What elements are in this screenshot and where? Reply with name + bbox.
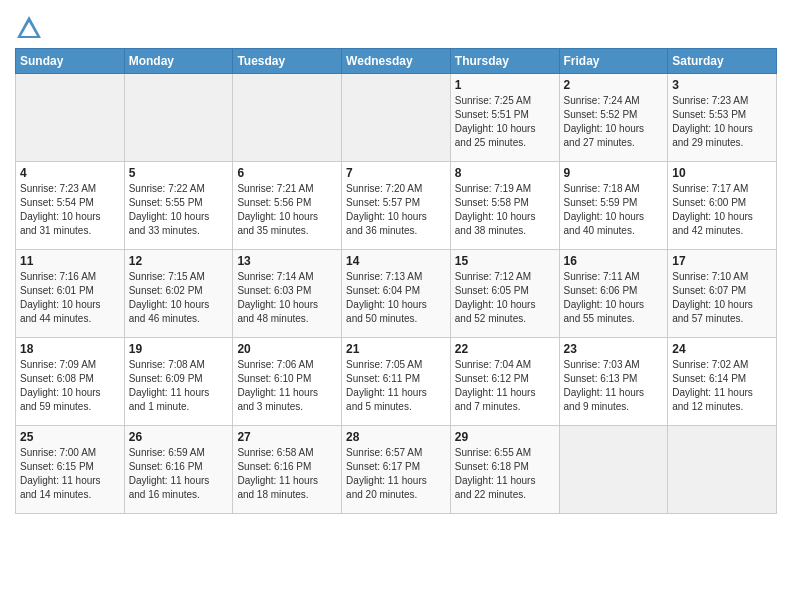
cell-sun-info: Sunrise: 6:58 AM Sunset: 6:16 PM Dayligh… — [237, 446, 337, 502]
day-number: 3 — [672, 78, 772, 92]
calendar-cell — [124, 74, 233, 162]
cell-sun-info: Sunrise: 7:18 AM Sunset: 5:59 PM Dayligh… — [564, 182, 664, 238]
day-number: 28 — [346, 430, 446, 444]
calendar-cell: 5Sunrise: 7:22 AM Sunset: 5:55 PM Daylig… — [124, 162, 233, 250]
cell-sun-info: Sunrise: 6:55 AM Sunset: 6:18 PM Dayligh… — [455, 446, 555, 502]
day-of-week-header: Thursday — [450, 49, 559, 74]
calendar-cell: 12Sunrise: 7:15 AM Sunset: 6:02 PM Dayli… — [124, 250, 233, 338]
calendar-cell: 22Sunrise: 7:04 AM Sunset: 6:12 PM Dayli… — [450, 338, 559, 426]
day-number: 23 — [564, 342, 664, 356]
calendar-cell: 7Sunrise: 7:20 AM Sunset: 5:57 PM Daylig… — [342, 162, 451, 250]
cell-sun-info: Sunrise: 7:12 AM Sunset: 6:05 PM Dayligh… — [455, 270, 555, 326]
calendar-week-row: 25Sunrise: 7:00 AM Sunset: 6:15 PM Dayli… — [16, 426, 777, 514]
day-number: 29 — [455, 430, 555, 444]
cell-sun-info: Sunrise: 7:13 AM Sunset: 6:04 PM Dayligh… — [346, 270, 446, 326]
calendar-body: 1Sunrise: 7:25 AM Sunset: 5:51 PM Daylig… — [16, 74, 777, 514]
day-number: 5 — [129, 166, 229, 180]
calendar-cell: 26Sunrise: 6:59 AM Sunset: 6:16 PM Dayli… — [124, 426, 233, 514]
calendar-cell: 28Sunrise: 6:57 AM Sunset: 6:17 PM Dayli… — [342, 426, 451, 514]
cell-sun-info: Sunrise: 7:04 AM Sunset: 6:12 PM Dayligh… — [455, 358, 555, 414]
day-number: 9 — [564, 166, 664, 180]
day-number: 22 — [455, 342, 555, 356]
cell-sun-info: Sunrise: 7:14 AM Sunset: 6:03 PM Dayligh… — [237, 270, 337, 326]
calendar-week-row: 1Sunrise: 7:25 AM Sunset: 5:51 PM Daylig… — [16, 74, 777, 162]
day-number: 24 — [672, 342, 772, 356]
day-of-week-header: Tuesday — [233, 49, 342, 74]
day-number: 27 — [237, 430, 337, 444]
day-number: 4 — [20, 166, 120, 180]
day-number: 1 — [455, 78, 555, 92]
cell-sun-info: Sunrise: 7:00 AM Sunset: 6:15 PM Dayligh… — [20, 446, 120, 502]
day-number: 10 — [672, 166, 772, 180]
day-of-week-header: Saturday — [668, 49, 777, 74]
calendar-cell: 19Sunrise: 7:08 AM Sunset: 6:09 PM Dayli… — [124, 338, 233, 426]
cell-sun-info: Sunrise: 7:06 AM Sunset: 6:10 PM Dayligh… — [237, 358, 337, 414]
day-number: 2 — [564, 78, 664, 92]
day-number: 13 — [237, 254, 337, 268]
calendar-cell: 4Sunrise: 7:23 AM Sunset: 5:54 PM Daylig… — [16, 162, 125, 250]
day-of-week-header: Sunday — [16, 49, 125, 74]
day-number: 21 — [346, 342, 446, 356]
cell-sun-info: Sunrise: 7:09 AM Sunset: 6:08 PM Dayligh… — [20, 358, 120, 414]
cell-sun-info: Sunrise: 6:57 AM Sunset: 6:17 PM Dayligh… — [346, 446, 446, 502]
calendar-table: SundayMondayTuesdayWednesdayThursdayFrid… — [15, 48, 777, 514]
calendar-cell — [342, 74, 451, 162]
day-number: 12 — [129, 254, 229, 268]
calendar-cell: 25Sunrise: 7:00 AM Sunset: 6:15 PM Dayli… — [16, 426, 125, 514]
cell-sun-info: Sunrise: 7:08 AM Sunset: 6:09 PM Dayligh… — [129, 358, 229, 414]
calendar-cell — [233, 74, 342, 162]
calendar-cell: 11Sunrise: 7:16 AM Sunset: 6:01 PM Dayli… — [16, 250, 125, 338]
calendar-cell: 24Sunrise: 7:02 AM Sunset: 6:14 PM Dayli… — [668, 338, 777, 426]
calendar-cell: 17Sunrise: 7:10 AM Sunset: 6:07 PM Dayli… — [668, 250, 777, 338]
cell-sun-info: Sunrise: 7:23 AM Sunset: 5:53 PM Dayligh… — [672, 94, 772, 150]
calendar-cell: 23Sunrise: 7:03 AM Sunset: 6:13 PM Dayli… — [559, 338, 668, 426]
cell-sun-info: Sunrise: 7:15 AM Sunset: 6:02 PM Dayligh… — [129, 270, 229, 326]
day-number: 7 — [346, 166, 446, 180]
cell-sun-info: Sunrise: 7:23 AM Sunset: 5:54 PM Dayligh… — [20, 182, 120, 238]
calendar-week-row: 11Sunrise: 7:16 AM Sunset: 6:01 PM Dayli… — [16, 250, 777, 338]
logo-icon — [15, 14, 43, 42]
calendar-cell — [668, 426, 777, 514]
cell-sun-info: Sunrise: 7:02 AM Sunset: 6:14 PM Dayligh… — [672, 358, 772, 414]
day-number: 11 — [20, 254, 120, 268]
day-number: 25 — [20, 430, 120, 444]
calendar-cell: 21Sunrise: 7:05 AM Sunset: 6:11 PM Dayli… — [342, 338, 451, 426]
calendar-cell: 16Sunrise: 7:11 AM Sunset: 6:06 PM Dayli… — [559, 250, 668, 338]
cell-sun-info: Sunrise: 7:11 AM Sunset: 6:06 PM Dayligh… — [564, 270, 664, 326]
logo — [15, 14, 47, 42]
cell-sun-info: Sunrise: 7:16 AM Sunset: 6:01 PM Dayligh… — [20, 270, 120, 326]
calendar-cell: 3Sunrise: 7:23 AM Sunset: 5:53 PM Daylig… — [668, 74, 777, 162]
cell-sun-info: Sunrise: 7:10 AM Sunset: 6:07 PM Dayligh… — [672, 270, 772, 326]
page-header — [15, 10, 777, 42]
calendar-week-row: 4Sunrise: 7:23 AM Sunset: 5:54 PM Daylig… — [16, 162, 777, 250]
cell-sun-info: Sunrise: 7:24 AM Sunset: 5:52 PM Dayligh… — [564, 94, 664, 150]
calendar-week-row: 18Sunrise: 7:09 AM Sunset: 6:08 PM Dayli… — [16, 338, 777, 426]
day-number: 15 — [455, 254, 555, 268]
calendar-cell: 18Sunrise: 7:09 AM Sunset: 6:08 PM Dayli… — [16, 338, 125, 426]
day-number: 8 — [455, 166, 555, 180]
calendar-cell: 1Sunrise: 7:25 AM Sunset: 5:51 PM Daylig… — [450, 74, 559, 162]
cell-sun-info: Sunrise: 7:22 AM Sunset: 5:55 PM Dayligh… — [129, 182, 229, 238]
calendar-cell — [559, 426, 668, 514]
day-number: 16 — [564, 254, 664, 268]
day-number: 18 — [20, 342, 120, 356]
cell-sun-info: Sunrise: 7:25 AM Sunset: 5:51 PM Dayligh… — [455, 94, 555, 150]
calendar-cell: 13Sunrise: 7:14 AM Sunset: 6:03 PM Dayli… — [233, 250, 342, 338]
day-number: 20 — [237, 342, 337, 356]
cell-sun-info: Sunrise: 6:59 AM Sunset: 6:16 PM Dayligh… — [129, 446, 229, 502]
cell-sun-info: Sunrise: 7:03 AM Sunset: 6:13 PM Dayligh… — [564, 358, 664, 414]
days-of-week-row: SundayMondayTuesdayWednesdayThursdayFrid… — [16, 49, 777, 74]
calendar-cell: 27Sunrise: 6:58 AM Sunset: 6:16 PM Dayli… — [233, 426, 342, 514]
calendar-cell: 6Sunrise: 7:21 AM Sunset: 5:56 PM Daylig… — [233, 162, 342, 250]
day-number: 14 — [346, 254, 446, 268]
cell-sun-info: Sunrise: 7:19 AM Sunset: 5:58 PM Dayligh… — [455, 182, 555, 238]
calendar-cell: 2Sunrise: 7:24 AM Sunset: 5:52 PM Daylig… — [559, 74, 668, 162]
day-number: 6 — [237, 166, 337, 180]
day-of-week-header: Monday — [124, 49, 233, 74]
calendar-cell: 20Sunrise: 7:06 AM Sunset: 6:10 PM Dayli… — [233, 338, 342, 426]
day-number: 26 — [129, 430, 229, 444]
calendar-cell: 9Sunrise: 7:18 AM Sunset: 5:59 PM Daylig… — [559, 162, 668, 250]
day-of-week-header: Wednesday — [342, 49, 451, 74]
cell-sun-info: Sunrise: 7:05 AM Sunset: 6:11 PM Dayligh… — [346, 358, 446, 414]
cell-sun-info: Sunrise: 7:17 AM Sunset: 6:00 PM Dayligh… — [672, 182, 772, 238]
